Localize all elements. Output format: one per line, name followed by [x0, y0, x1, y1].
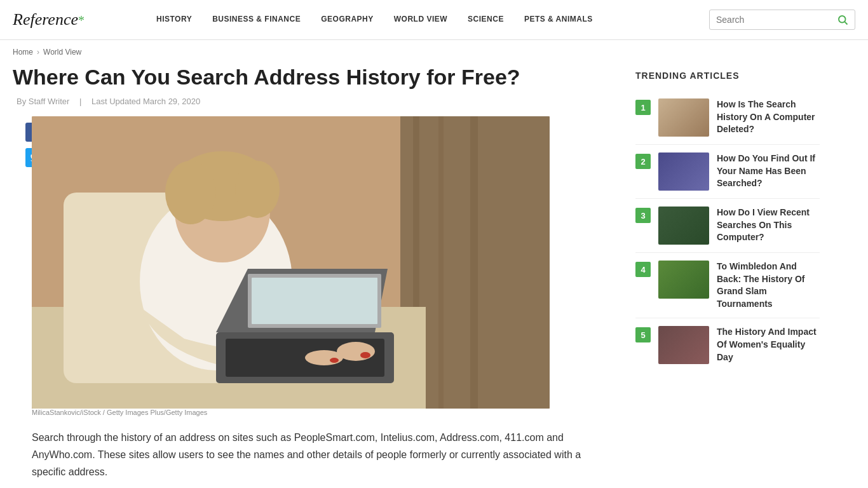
trending-item[interactable]: 2 How Do You Find Out If Your Name Has B… [635, 145, 820, 199]
trending-title: TRENDING ARTICLES [635, 71, 820, 81]
trending-number: 3 [635, 208, 651, 223]
trending-number: 4 [635, 262, 651, 277]
trending-item[interactable]: 1 How Is The Search History On A Compute… [635, 91, 820, 145]
trending-number: 1 [635, 100, 651, 115]
article-image-container: MilicaStankovic/iStock / Getty Images Pl… [32, 116, 610, 416]
article-body: Search through the history of an address… [32, 429, 610, 481]
search-button[interactable] [837, 14, 848, 25]
svg-rect-6 [470, 116, 478, 409]
trending-item[interactable]: 5 The History And Impact Of Women's Equa… [635, 318, 820, 372]
svg-rect-17 [252, 278, 377, 324]
svg-point-13 [235, 161, 280, 218]
image-caption: MilicaStankovic/iStock / Getty Images Pl… [32, 409, 610, 416]
search-input[interactable] [716, 15, 837, 25]
trending-content: To Wimbledon And Back: The History Of Gr… [717, 261, 820, 310]
trending-content: How Do I View Recent Searches On This Co… [717, 207, 820, 244]
nav-item-pets[interactable]: PETS & ANIMALS [514, 0, 603, 40]
trending-thumbnail [658, 326, 709, 364]
trending-content: How Is The Search History On A Computer … [717, 98, 820, 136]
trending-item-title: How Is The Search History On A Computer … [717, 98, 820, 136]
svg-point-0 [839, 16, 846, 23]
article-meta: By Staff Writer | Last Updated March 29,… [13, 97, 610, 106]
trending-thumbnail [658, 261, 709, 299]
article-meta-sep: | [79, 97, 81, 106]
article-paragraph-1: Search through the history of an address… [32, 429, 610, 481]
trending-item-title: The History And Impact Of Women's Equali… [717, 326, 820, 363]
nav-item-world-view[interactable]: WORLD VIEW [384, 0, 458, 40]
nav-item-business[interactable]: BUSINESS & FINANCE [202, 0, 311, 40]
main-container: Where Can You Search Address History for… [0, 64, 868, 488]
sidebar: TRENDING ARTICLES 1 How Is The Search Hi… [635, 64, 820, 488]
svg-line-1 [844, 22, 847, 24]
trending-content: The History And Impact Of Women's Equali… [717, 326, 820, 363]
trending-number: 2 [635, 154, 651, 169]
logo-name: Reference [13, 10, 78, 29]
trending-list: 1 How Is The Search History On A Compute… [635, 91, 820, 372]
trending-thumbnail [658, 98, 709, 137]
breadcrumb-separator: › [37, 48, 39, 57]
site-header: Reference* HISTORYBUSINESS & FINANCEGEOG… [0, 0, 868, 40]
nav-item-history[interactable]: HISTORY [146, 0, 202, 40]
logo[interactable]: Reference* [13, 10, 127, 29]
logo-text: Reference* [13, 10, 85, 29]
article-with-social: f [13, 116, 610, 481]
svg-point-12 [165, 161, 216, 224]
article-title: Where Can You Search Address History for… [13, 64, 610, 90]
search-area[interactable] [709, 10, 855, 30]
trending-content: How Do You Find Out If Your Name Has Bee… [717, 152, 820, 190]
main-nav: HISTORYBUSINESS & FINANCEGEOGRAPHYWORLD … [146, 0, 709, 40]
breadcrumb: Home › World View [0, 40, 868, 64]
svg-rect-5 [438, 116, 444, 409]
trending-item-title: To Wimbledon And Back: The History Of Gr… [717, 261, 820, 310]
nav-item-geography[interactable]: GEOGRAPHY [311, 0, 384, 40]
trending-item-title: How Do You Find Out If Your Name Has Bee… [717, 152, 820, 190]
trending-item[interactable]: 3 How Do I View Recent Searches On This … [635, 199, 820, 253]
trending-thumbnail [658, 207, 709, 245]
article-image [32, 116, 550, 409]
svg-point-19 [360, 352, 370, 358]
trending-item[interactable]: 4 To Wimbledon And Back: The History Of … [635, 253, 820, 318]
breadcrumb-current: World View [43, 48, 81, 57]
article-author: By Staff Writer [17, 97, 69, 106]
breadcrumb-home[interactable]: Home [13, 48, 33, 57]
logo-asterisk: * [78, 13, 85, 27]
article-area: Where Can You Search Address History for… [13, 64, 610, 488]
trending-item-title: How Do I View Recent Searches On This Co… [717, 207, 820, 244]
svg-point-21 [330, 358, 339, 363]
trending-thumbnail [658, 152, 709, 191]
nav-item-science[interactable]: SCIENCE [458, 0, 514, 40]
article-date: Last Updated March 29, 2020 [92, 97, 200, 106]
trending-number: 5 [635, 327, 651, 342]
svg-point-20 [305, 350, 343, 365]
